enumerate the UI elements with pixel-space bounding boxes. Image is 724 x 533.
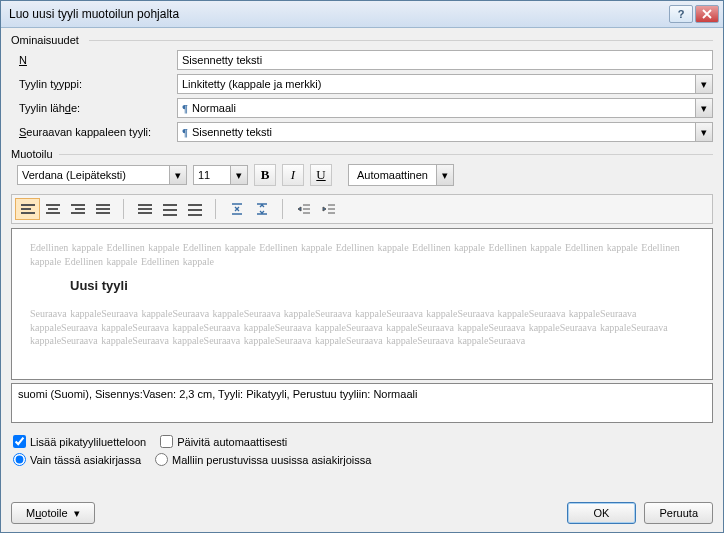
preview-sample-text: Uusi tyyli: [70, 278, 694, 293]
style-preview: Edellinen kappale Edellinen kappale Edel…: [11, 228, 713, 380]
properties-group-label: Ominaisuudet: [11, 34, 713, 46]
based-on-combo[interactable]: ¶Normaali ▾: [177, 98, 713, 118]
dialog-title: Luo uusi tyyli muotoilun pohjalta: [9, 7, 669, 21]
name-input[interactable]: [177, 50, 713, 70]
chevron-down-icon[interactable]: ▾: [695, 123, 712, 141]
paragraph-icon: ¶: [182, 126, 188, 138]
preview-after-text: Seuraava kappaleSeuraava kappaleSeuraava…: [30, 307, 694, 348]
based-on-label: Tyylin lähde:: [11, 102, 177, 114]
format-menu-button[interactable]: Muotoile ▾: [11, 502, 95, 524]
add-quickstyle-checkbox[interactable]: Lisää pikatyyliluetteloon: [13, 435, 146, 448]
chevron-down-icon[interactable]: ▾: [230, 166, 247, 184]
auto-update-checkbox[interactable]: Päivitä automaattisesti: [160, 435, 287, 448]
separator: [215, 199, 216, 219]
font-name-combo[interactable]: Verdana (Leipäteksti) ▾: [17, 165, 187, 185]
style-type-combo[interactable]: Linkitetty (kappale ja merkki) ▾: [177, 74, 713, 94]
font-size-combo[interactable]: 11 ▾: [193, 165, 248, 185]
next-style-label: Seuraavan kappaleen tyyli:: [11, 126, 177, 138]
align-right-button[interactable]: [65, 198, 90, 220]
next-style-combo[interactable]: ¶Sisennetty teksti ▾: [177, 122, 713, 142]
align-left-button[interactable]: [15, 198, 40, 220]
paragraph-toolbar: [11, 194, 713, 224]
ok-button[interactable]: OK: [567, 502, 637, 524]
space-before-inc-button[interactable]: [224, 198, 249, 220]
paragraph-icon: ¶: [182, 102, 188, 114]
space-before-dec-button[interactable]: [249, 198, 274, 220]
underline-button[interactable]: U: [310, 164, 332, 186]
style-type-label: Tyylin tyyppi:: [11, 78, 177, 90]
new-docs-template-radio[interactable]: Malliin perustuvissa uusissa asiakirjois…: [155, 453, 371, 466]
spacing-2-button[interactable]: [182, 198, 207, 220]
indent-decrease-button[interactable]: [291, 198, 316, 220]
separator: [123, 199, 124, 219]
name-label: N: [11, 54, 177, 66]
style-description: suomi (Suomi), Sisennys:Vasen: 2,3 cm, T…: [11, 383, 713, 423]
cancel-button[interactable]: Peruuta: [644, 502, 713, 524]
separator: [282, 199, 283, 219]
font-color-combo[interactable]: Automaattinen ▾: [348, 164, 454, 186]
close-button[interactable]: [695, 5, 719, 23]
spacing-1-5-button[interactable]: [157, 198, 182, 220]
align-center-button[interactable]: [40, 198, 65, 220]
dialog-window: Luo uusi tyyli muotoilun pohjalta ? Omin…: [0, 0, 724, 533]
spacing-1-button[interactable]: [132, 198, 157, 220]
indent-increase-button[interactable]: [316, 198, 341, 220]
chevron-down-icon[interactable]: ▾: [695, 99, 712, 117]
only-this-doc-radio[interactable]: Vain tässä asiakirjassa: [13, 453, 141, 466]
chevron-down-icon[interactable]: ▾: [436, 165, 453, 185]
chevron-down-icon[interactable]: ▾: [695, 75, 712, 93]
titlebar: Luo uusi tyyli muotoilun pohjalta ?: [1, 1, 723, 28]
chevron-down-icon[interactable]: ▾: [169, 166, 186, 184]
align-justify-button[interactable]: [90, 198, 115, 220]
help-button[interactable]: ?: [669, 5, 693, 23]
preview-before-text: Edellinen kappale Edellinen kappale Edel…: [30, 241, 694, 268]
formatting-group-label: Muotoilu: [11, 148, 713, 160]
bold-button[interactable]: B: [254, 164, 276, 186]
italic-button[interactable]: I: [282, 164, 304, 186]
